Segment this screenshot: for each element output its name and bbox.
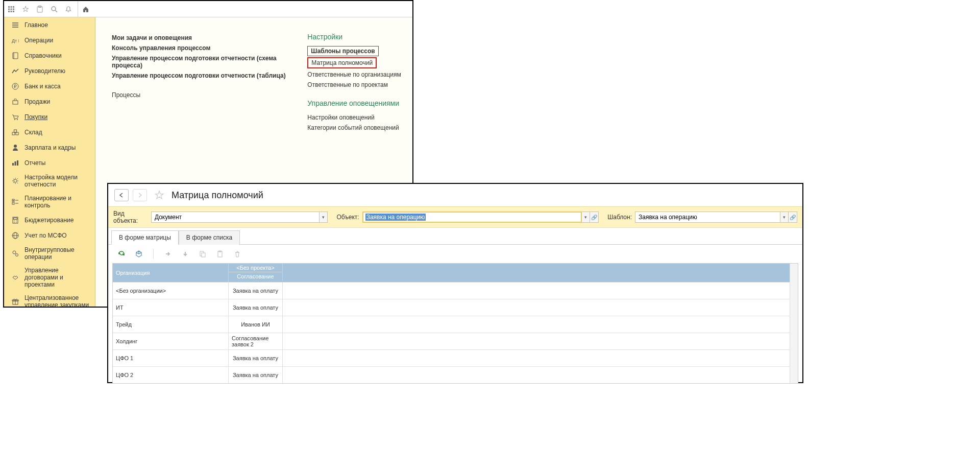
- back-button[interactable]: [114, 189, 129, 201]
- header-org[interactable]: Организация: [113, 264, 229, 282]
- tabs: В форме матрицы В форме списка: [108, 228, 802, 244]
- cell-value[interactable]: Заявка на оплату: [229, 283, 283, 299]
- cell-org[interactable]: ЦФО 2: [113, 367, 229, 383]
- scrollbar[interactable]: [790, 264, 798, 383]
- sidebar-item-label: Зарплата и кадры: [24, 144, 76, 151]
- cell-org[interactable]: <Без организации>: [113, 283, 229, 299]
- sidebar-item-salary[interactable]: Зарплата и кадры: [4, 140, 95, 155]
- svg-text:Дт Кт: Дт Кт: [12, 38, 19, 43]
- cell-value[interactable]: Заявка на оплату: [229, 299, 283, 316]
- forward-button[interactable]: [133, 189, 147, 201]
- table-row[interactable]: <Без организации>Заявка на оплату: [113, 282, 798, 299]
- arrow-right-icon[interactable]: [163, 249, 173, 259]
- svg-rect-7: [10, 11, 12, 12]
- object-dropdown[interactable]: Заявка на операцию ▾ 🔗: [362, 212, 599, 223]
- person-icon: [11, 144, 19, 152]
- open-icon[interactable]: 🔗: [590, 212, 599, 223]
- sidebar-item-planning[interactable]: Планирование и контроль: [4, 191, 95, 213]
- calculator-icon: [11, 216, 19, 224]
- link-matrix[interactable]: Матрица полномочий: [307, 57, 377, 68]
- header-approval[interactable]: Согласование: [229, 272, 283, 280]
- svg-point-28: [14, 145, 17, 148]
- sidebar: Главное Дт КтОперации Справочники Руково…: [4, 17, 95, 307]
- book-icon: [11, 52, 19, 60]
- cell-org[interactable]: Трейд: [113, 316, 229, 333]
- tab-matrix[interactable]: В форме матрицы: [111, 230, 179, 245]
- sidebar-item-reports[interactable]: Отчеты: [4, 155, 95, 171]
- sidebar-item-catalogs[interactable]: Справочники: [4, 48, 95, 63]
- checklist-icon: [11, 198, 19, 206]
- sidebar-item-budgeting[interactable]: Бюджетирование: [4, 213, 95, 228]
- link-notif-settings[interactable]: Настройки оповещений: [307, 112, 401, 123]
- object-input[interactable]: Заявка на операцию: [362, 212, 582, 223]
- link-my-tasks[interactable]: Мои задачи и оповещения: [112, 33, 296, 43]
- bag-icon: [11, 98, 19, 106]
- cell-org[interactable]: ИТ: [113, 299, 229, 316]
- sidebar-item-label: Операции: [24, 37, 53, 44]
- svg-rect-6: [8, 11, 10, 12]
- window-matrix: Матрица полномочий Вид объекта: ▾ Объект…: [107, 183, 803, 383]
- table-row[interactable]: ЦФО 1Заявка на оплату: [113, 349, 798, 366]
- bell-icon[interactable]: [61, 1, 76, 17]
- cell-org[interactable]: ЦФО 1: [113, 350, 229, 366]
- type-input[interactable]: [151, 212, 320, 223]
- link-console[interactable]: Консоль управления процессом: [112, 43, 296, 53]
- sidebar-item-procurement[interactable]: Централизованное управление закупками: [4, 291, 95, 307]
- tab-list[interactable]: В форме списка: [179, 230, 240, 245]
- link-processes[interactable]: Процессы: [112, 90, 296, 100]
- cell-org[interactable]: Холдинг: [113, 333, 229, 349]
- search-icon[interactable]: [47, 1, 61, 17]
- link-templates[interactable]: Шаблоны процессов: [307, 46, 378, 56]
- sidebar-item-label: Бюджетирование: [24, 217, 74, 224]
- table-row[interactable]: ХолдингСогласование заявок 2: [113, 333, 798, 349]
- cell-value[interactable]: Заявка на оплату: [229, 350, 283, 366]
- sidebar-item-manager[interactable]: Руководителю: [4, 63, 95, 79]
- arrow-down-icon[interactable]: [180, 249, 190, 259]
- sidebar-item-intercompany[interactable]: Внутригрупповые операции: [4, 243, 95, 264]
- svg-point-41: [14, 222, 15, 223]
- cell-value[interactable]: Иванов ИИ: [229, 316, 283, 333]
- sidebar-item-main[interactable]: Главное: [4, 17, 95, 33]
- link-resp-proj[interactable]: Ответственные по проектам: [307, 80, 401, 90]
- svg-rect-4: [10, 8, 12, 10]
- svg-point-40: [16, 220, 17, 221]
- sidebar-item-label: Главное: [24, 21, 48, 29]
- copy-icon[interactable]: [198, 249, 208, 259]
- template-dropdown[interactable]: ▾ 🔗: [635, 212, 797, 223]
- delete-icon[interactable]: [232, 249, 242, 259]
- home-icon[interactable]: [78, 1, 93, 17]
- boxes-icon: [11, 128, 19, 136]
- star-icon[interactable]: [18, 1, 33, 17]
- sidebar-item-bank[interactable]: ₽Банк и касса: [4, 79, 95, 94]
- favorite-icon[interactable]: [154, 190, 164, 200]
- link-resp-org[interactable]: Ответственные по организациям: [307, 69, 401, 80]
- type-dropdown[interactable]: ▾: [151, 212, 328, 223]
- sidebar-item-label: Банк и касса: [24, 83, 61, 90]
- link-notif-categories[interactable]: Категории событий оповещений: [307, 123, 401, 133]
- cell-value[interactable]: Согласование заявок 2: [229, 333, 283, 349]
- cube-icon[interactable]: [134, 249, 144, 259]
- sidebar-item-model[interactable]: Настройка модели отчетности: [4, 171, 95, 191]
- clipboard-icon[interactable]: [33, 1, 47, 17]
- link-schema[interactable]: Управление процессом подготовки отчетнос…: [112, 53, 296, 71]
- link-table[interactable]: Управление процессом подготовки отчетнос…: [112, 71, 296, 81]
- refresh-icon[interactable]: [116, 249, 127, 259]
- sidebar-item-warehouse[interactable]: Склад: [4, 125, 95, 140]
- template-input[interactable]: [635, 212, 780, 223]
- dropdown-icon[interactable]: ▾: [582, 212, 590, 223]
- sidebar-item-operations[interactable]: Дт КтОперации: [4, 33, 95, 48]
- sidebar-item-ifrs[interactable]: Учет по МСФО: [4, 228, 95, 243]
- table-row[interactable]: ТрейдИванов ИИ: [113, 316, 798, 333]
- sidebar-item-sales[interactable]: Продажи: [4, 94, 95, 109]
- sidebar-item-contracts[interactable]: Управление договорами и проектами: [4, 264, 95, 291]
- table-row[interactable]: ЦФО 2Заявка на оплату: [113, 366, 798, 383]
- open-icon[interactable]: 🔗: [788, 212, 797, 223]
- dropdown-icon[interactable]: ▾: [320, 212, 328, 223]
- apps-icon[interactable]: [4, 1, 18, 17]
- table-row[interactable]: ИТЗаявка на оплату: [113, 299, 798, 316]
- sidebar-item-purchases[interactable]: Покупки: [4, 109, 95, 125]
- header-project[interactable]: <Без проекта>: [229, 264, 283, 272]
- paste-icon[interactable]: [215, 249, 225, 259]
- dropdown-icon[interactable]: ▾: [780, 212, 789, 223]
- cell-value[interactable]: Заявка на оплату: [229, 367, 283, 383]
